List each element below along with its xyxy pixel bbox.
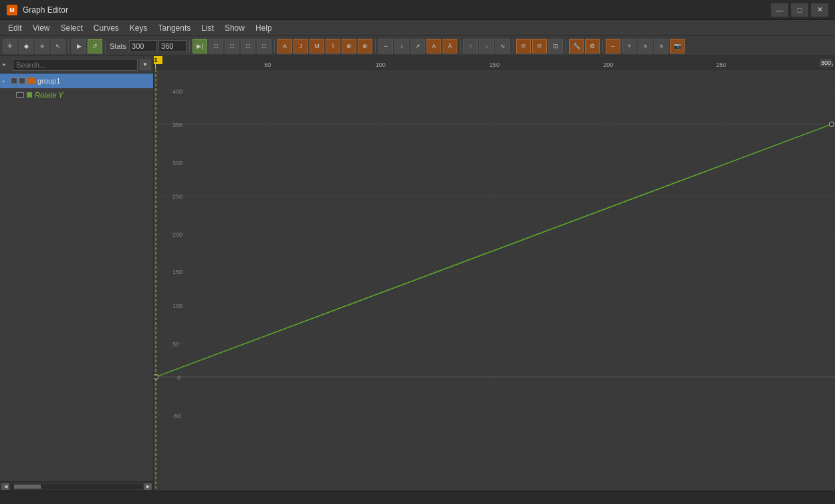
svg-text:200: 200 [172,231,183,238]
transform-btn3[interactable]: ≡ [638,39,652,53]
key-type-btn2[interactable]: □ [225,39,239,53]
region-tool-button[interactable]: # [35,39,49,53]
lock-checkbox[interactable] [19,78,25,84]
svg-text:350: 350 [172,122,183,128]
tree-item-group1[interactable]: ▸ group1 [0,74,153,88]
key-type-btn3[interactable]: □ [241,39,255,53]
menu-bar: Edit View Select Curves Keys Tangents Li… [0,20,835,36]
prepost-btn1[interactable]: ⧈ [516,39,531,53]
divider-7 [513,39,513,53]
search-dropdown-button[interactable]: ▼ [140,59,150,70]
tree-area: ▸ group1 Rotate Y [0,74,153,481]
stats-label: Stats [110,42,126,50]
stats-value2-input[interactable] [158,40,187,52]
menu-list[interactable]: List [196,22,219,34]
main-area: ▸ ▼ ▸ group1 Rotate Y [0,56,835,491]
menu-tangents[interactable]: Tangents [153,22,197,34]
transform-btn2[interactable]: + [622,39,636,53]
menu-help[interactable]: Help [250,22,277,34]
expand-icon: ▸ [3,61,11,69]
settings-btn[interactable]: ⚙ [585,39,600,53]
svg-text:50: 50 [172,341,179,348]
graph-canvas[interactable]: 400 350 300 250 200 150 100 50 0 -50 [154,70,835,491]
transform-btn1[interactable]: ↔ [606,39,620,53]
scroll-right-arrow[interactable]: ▶ [144,483,152,490]
graph-ruler: 1 50100150200250300300 [154,56,835,70]
divider-6 [460,39,461,53]
divider-5 [375,39,376,53]
curve-type-btn2[interactable]: J [293,39,308,53]
tangent-type-btn2[interactable]: Ā [443,39,457,53]
svg-text:250: 250 [172,193,183,200]
left-horizontal-scrollbar[interactable]: ◀ ▶ [0,481,153,491]
search-input[interactable] [13,59,138,71]
channel-label: Rotate Y [35,91,64,99]
wrench-btn[interactable]: 🔧 [569,39,584,53]
tangent-btn1[interactable]: ↔ [378,39,393,53]
tangent-btn2[interactable]: ↕ [394,39,409,53]
time-marker-label: 1 [154,56,162,64]
key-tool-button[interactable]: ◆ [19,39,33,53]
prepost-btn2[interactable]: ⧈ [532,39,547,53]
key-type-btn4[interactable]: □ [257,39,271,53]
status-text [3,494,5,501]
menu-keys[interactable]: Keys [124,22,153,34]
divider-3 [189,39,190,53]
minimize-button[interactable]: — [771,3,788,17]
menu-show[interactable]: Show [219,22,250,34]
visibility-checkbox[interactable] [11,78,17,84]
weight-btn3[interactable]: ∿ [495,39,510,53]
prepost-btn3[interactable]: ⊡ [548,39,563,53]
tangent-btn3[interactable]: ↗ [410,39,425,53]
window-controls: — □ ✕ [771,3,828,17]
svg-text:150: 150 [172,269,183,275]
expand-triangle-icon: ▸ [3,78,9,84]
select-tool-button[interactable]: ↖ [51,39,66,53]
menu-curves[interactable]: Curves [88,22,124,34]
status-bar [0,491,835,504]
app-icon: M [7,5,17,15]
left-panel: ▸ ▼ ▸ group1 Rotate Y [0,56,154,491]
weight-btn2[interactable]: ↓ [479,39,494,53]
svg-text:400: 400 [172,88,183,95]
scroll-track[interactable] [11,485,142,489]
play-btn[interactable]: ▶ [72,39,86,53]
move-tool-button[interactable]: ✛ [3,39,17,53]
scroll-thumb[interactable] [14,485,41,489]
snapshot-btn[interactable]: 📷 [670,39,685,53]
svg-text:100: 100 [172,303,183,309]
channel-color-swatch [27,92,32,98]
window-title: Graph Editor [23,5,771,15]
weight-btn1[interactable]: ↑ [463,39,478,53]
curve-type-btn4[interactable]: ⌇ [326,39,340,53]
curve-type-btn5[interactable]: ⊕ [342,39,356,53]
curve-type-btn6[interactable]: ⊕ [358,39,372,53]
toolbar: ✛ ◆ # ↖ ▶ ↺ Stats ▶| □ □ □ □ A J M ⌇ ⊕ ⊕… [0,36,835,56]
divider-4 [274,39,275,53]
key-mode-btn[interactable]: ▶| [193,39,207,53]
folder-icon [27,78,36,84]
maximize-button[interactable]: □ [791,3,808,17]
visibility-child-icon [16,92,24,98]
search-bar: ▸ ▼ [0,56,153,74]
divider-9 [602,39,603,53]
curve-type-btn3[interactable]: M [310,39,324,53]
graph-area[interactable]: 1 50100150200250300300 [154,56,835,491]
tree-item-rotate-y[interactable]: Rotate Y [0,88,153,102]
curve-type-btn1[interactable]: A [277,39,292,53]
menu-view[interactable]: View [27,22,55,34]
svg-point-30 [829,122,834,126]
loop-btn[interactable]: ↺ [88,39,102,53]
stats-value1-input[interactable] [129,40,157,52]
svg-text:-50: -50 [172,412,181,419]
transform-btn4[interactable]: ≡ [654,39,669,53]
divider-1 [68,39,69,53]
close-button[interactable]: ✕ [811,3,828,17]
svg-text:300: 300 [172,160,183,166]
menu-edit[interactable]: Edit [3,22,27,34]
tangent-type-btn1[interactable]: A [427,39,441,53]
menu-select[interactable]: Select [55,22,88,34]
divider-8 [566,39,566,53]
key-type-btn1[interactable]: □ [209,39,223,53]
scroll-left-arrow[interactable]: ◀ [1,483,9,490]
